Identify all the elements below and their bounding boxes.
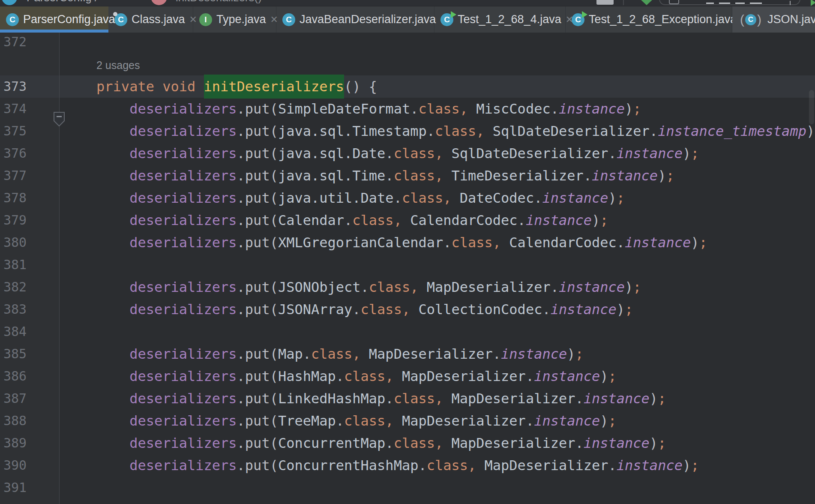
code-line[interactable]: 388 deserializers.put(TreeMap.class, Map… <box>0 410 815 432</box>
line-number[interactable]: 392 <box>0 499 59 504</box>
line-text: deserializers.put(Calendar.class, Calend… <box>63 209 608 231</box>
code-line[interactable]: 379 deserializers.put(Calendar.class, Ca… <box>0 209 815 231</box>
line-text: deserializers.put(SimpleDateFormat.class… <box>63 98 641 120</box>
code-editor[interactable]: 3722 usages373 private void initDeserial… <box>0 33 815 504</box>
line-number[interactable]: 378 <box>0 187 59 209</box>
run-config-text-fragment <box>706 3 714 4</box>
interface-icon: I <box>199 13 212 26</box>
code-line[interactable]: 378 deserializers.put(java.util.Date.cla… <box>0 187 815 209</box>
code-line[interactable]: 380 deserializers.put(XMLGregorianCalend… <box>0 231 815 254</box>
tab-JSON.java[interactable]: (C)JSON.java✕ <box>732 6 815 33</box>
window-button-icon[interactable] <box>596 0 614 5</box>
run-overlay-icon <box>582 11 587 18</box>
line-text: deserializers.put(java.util.Date.class, … <box>63 187 625 209</box>
editor-tab-bar: CParserConfig.java✕CClass.java✕IType.jav… <box>0 6 815 33</box>
tab-label: JavaBeanDeserializer.java <box>300 13 436 26</box>
tab-label: Type.java <box>216 13 266 26</box>
code-line[interactable]: 392 deserializers.put(Collection.class, … <box>0 499 815 504</box>
line-text: deserializers.put(HashMap.class, MapDese… <box>63 365 617 387</box>
main-toolbar: ParserConfig / initDeserializers() <box>0 0 815 6</box>
class-icon: C <box>6 13 19 26</box>
run-icon[interactable] <box>811 0 815 6</box>
line-text: deserializers.put(ConcurrentMap.class, M… <box>63 432 666 454</box>
tab-ParserConfig.java[interactable]: CParserConfig.java✕ <box>0 6 108 33</box>
line-number[interactable]: 382 <box>0 276 59 298</box>
code-line[interactable]: 375 deserializers.put(java.sql.Timestamp… <box>0 120 815 142</box>
code-line[interactable]: 374 deserializers.put(SimpleDateFormat.c… <box>0 98 815 120</box>
class-icon: C <box>114 13 127 26</box>
tab-label: Class.java <box>132 13 185 26</box>
line-number[interactable]: 375 <box>0 120 59 142</box>
code-line[interactable]: 384 <box>0 321 815 343</box>
line-text: deserializers.put(java.sql.Timestamp.cla… <box>63 120 815 142</box>
code-line[interactable]: 381 <box>0 254 815 276</box>
line-number[interactable]: 380 <box>0 231 59 254</box>
code-line[interactable]: 383 deserializers.put(JSONArray.class, C… <box>0 298 815 321</box>
tab-JavaBeanDeserializer.java[interactable]: CJavaBeanDeserializer.java✕ <box>276 6 434 33</box>
line-text: deserializers.put(Collection.class, Coll… <box>63 499 641 504</box>
vcs-update-icon[interactable] <box>641 0 652 5</box>
line-text: deserializers.put(XMLGregorianCalendar.c… <box>63 231 707 254</box>
tab-Test_1_2_68_4.java[interactable]: CTest_1_2_68_4.java✕ <box>434 6 566 33</box>
line-number[interactable]: 372 <box>0 33 59 53</box>
code-line[interactable]: 391 <box>0 477 815 499</box>
line-number[interactable]: 374 <box>0 98 59 120</box>
toolbar-divider <box>623 0 624 5</box>
modified-dot-icon <box>113 12 117 16</box>
run-config-text-fragment <box>750 3 762 4</box>
line-number[interactable]: 387 <box>0 387 59 410</box>
class-icon: C <box>440 13 453 26</box>
code-line[interactable]: 382 deserializers.put(JSONObject.class, … <box>0 276 815 298</box>
code-line[interactable]: 387 deserializers.put(LinkedHashMap.clas… <box>0 387 815 410</box>
breadcrumb-method-icon[interactable] <box>151 0 167 5</box>
code-line[interactable]: 385 deserializers.put(Map.class, MapDese… <box>0 343 815 365</box>
code-line[interactable]: 372 <box>0 33 815 53</box>
line-text: deserializers.put(JSONObject.class, MapD… <box>63 276 641 298</box>
tab-label: JSON.java <box>767 13 815 26</box>
code-lines[interactable]: 3722 usages373 private void initDeserial… <box>0 33 815 504</box>
line-number[interactable]: 381 <box>0 254 59 276</box>
line-text: deserializers.put(Map.class, MapDeserial… <box>63 343 584 365</box>
breadcrumb-method[interactable]: initDeserializers() <box>176 0 262 4</box>
code-line[interactable]: 2 usages <box>0 53 815 75</box>
line-number[interactable]: 385 <box>0 343 59 365</box>
code-line[interactable]: 386 deserializers.put(HashMap.class, Map… <box>0 365 815 387</box>
line-number[interactable]: 383 <box>0 298 59 321</box>
code-line[interactable]: 390 deserializers.put(ConcurrentHashMap.… <box>0 454 815 477</box>
editor-scrollbar[interactable] <box>809 90 814 124</box>
ide-window: ParserConfig / initDeserializers() CPars… <box>0 0 815 504</box>
library-class-icon: (C) <box>738 13 763 26</box>
breadcrumb[interactable]: ParserConfig / <box>27 0 98 4</box>
tab-label: Test_1_2_68_4.java <box>458 13 561 26</box>
line-text: private void initDeserializers() { <box>63 75 377 98</box>
code-line[interactable]: 377 deserializers.put(java.sql.Time.clas… <box>0 165 815 187</box>
line-number[interactable]: 391 <box>0 477 59 499</box>
tab-Type.java[interactable]: IType.java✕ <box>193 6 276 33</box>
line-number[interactable]: 377 <box>0 165 59 187</box>
line-text: deserializers.put(java.sql.Date.class, S… <box>63 142 699 165</box>
line-number[interactable]: 379 <box>0 209 59 231</box>
line-number[interactable]: 390 <box>0 454 59 477</box>
tab-label: Test_1_2_68_Exception.java <box>589 13 737 26</box>
line-text: 2 usages <box>63 53 140 75</box>
line-number[interactable]: 389 <box>0 432 59 454</box>
code-line[interactable]: 376 deserializers.put(java.sql.Date.clas… <box>0 142 815 165</box>
tab-Class.java[interactable]: CClass.java✕ <box>108 6 193 33</box>
run-config-icon[interactable] <box>669 0 679 4</box>
breadcrumb-class-icon[interactable] <box>2 0 17 5</box>
line-number[interactable]: 376 <box>0 142 59 165</box>
line-number[interactable]: 388 <box>0 410 59 432</box>
tab-label: ParserConfig.java <box>23 13 115 26</box>
tab-Test_1_2_68_Exception.java[interactable]: CTest_1_2_68_Exception.java✕ <box>566 6 732 33</box>
code-line[interactable]: 389 deserializers.put(ConcurrentMap.clas… <box>0 432 815 454</box>
line-text: deserializers.put(JSONArray.class, Colle… <box>63 298 633 321</box>
line-number[interactable] <box>0 53 59 75</box>
code-line[interactable]: 373 private void initDeserializers() { <box>0 75 815 98</box>
line-number[interactable]: 384 <box>0 321 59 343</box>
line-number[interactable]: 373 <box>0 75 59 98</box>
fold-collapse-icon[interactable] <box>54 112 65 128</box>
usages-inlay-hint[interactable]: 2 usages <box>96 59 140 71</box>
line-text: deserializers.put(ConcurrentHashMap.clas… <box>63 454 699 477</box>
line-number[interactable]: 386 <box>0 365 59 387</box>
line-text: deserializers.put(java.sql.Time.class, T… <box>63 165 674 187</box>
